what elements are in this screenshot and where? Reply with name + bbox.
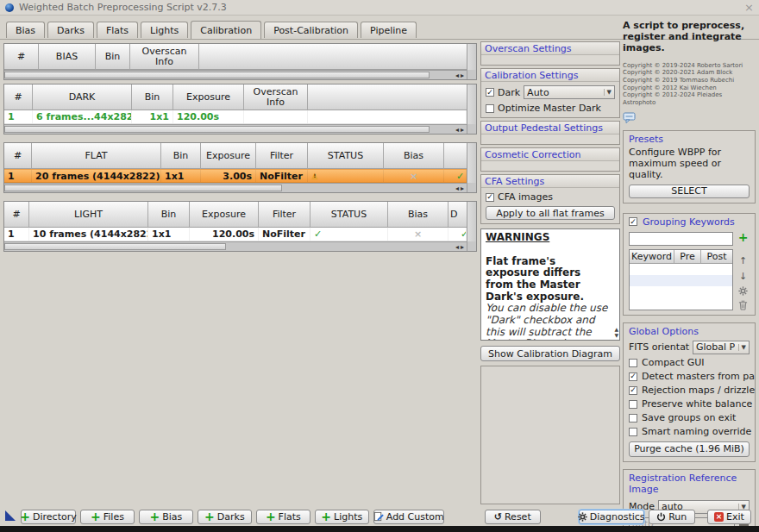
close-icon[interactable]: × [744, 2, 754, 13]
col-dark-partial[interactable]: D [448, 202, 467, 228]
light-hscrollbar[interactable]: ◂ ▸ [4, 241, 467, 251]
col-exposure[interactable]: Exposure [173, 84, 244, 110]
show-calibration-diagram-button[interactable]: Show Calibration Diagram [480, 346, 620, 361]
diagnostics-button[interactable]: Diagnostics [579, 510, 644, 524]
col-dark[interactable]: DARK [33, 84, 132, 110]
col-bias[interactable]: Bias [384, 143, 444, 169]
output-pedestal-header[interactable]: Output Pedestal Settings [481, 122, 619, 135]
scroll-right-icon[interactable]: ▸ [461, 72, 464, 79]
grouping-keywords-checkbox[interactable]: ✓ [629, 217, 637, 226]
dark-vscrollbar[interactable] [467, 84, 476, 124]
compact-gui-checkbox[interactable] [629, 359, 637, 367]
scroll-right-icon[interactable]: ▸ [461, 185, 464, 192]
dark-checkbox[interactable]: ✓ [486, 88, 494, 97]
scroll-right-icon[interactable]: ▸ [461, 126, 464, 134]
flat-vscrollbar[interactable] [467, 143, 476, 183]
col-num[interactable]: # [4, 44, 39, 70]
save-groups-checkbox[interactable] [629, 414, 637, 422]
col-filter[interactable]: Filter [256, 143, 308, 169]
tab-pipeline[interactable]: Pipeline [361, 22, 417, 38]
add-keyword-icon[interactable]: + [738, 232, 749, 242]
col-keyword[interactable]: Keyword [630, 250, 674, 264]
add-bias-button[interactable]: + Bias [139, 510, 193, 524]
scroll-up-icon[interactable]: ▲ [614, 326, 618, 332]
overscan-settings-header[interactable]: Overscan Settings [481, 42, 619, 55]
add-files-button[interactable]: + Files [80, 510, 135, 524]
preserve-white-balance-checkbox[interactable] [629, 400, 637, 409]
col-status[interactable]: STATUS [308, 143, 384, 169]
tab-bias[interactable]: Bias [6, 22, 45, 38]
tab-lights[interactable]: Lights [141, 22, 188, 38]
reset-button[interactable]: ↺ Reset [485, 510, 541, 524]
cosmetic-correction-header[interactable]: Cosmetic Correction [481, 148, 619, 161]
add-directory-button[interactable]: + Directory [21, 510, 76, 524]
trash-icon[interactable] [738, 300, 748, 310]
presets-select-button[interactable]: SELECT [629, 185, 750, 198]
flat-hscrollbar[interactable]: ◂ ▸ [4, 183, 467, 192]
col-post[interactable]: Post [701, 250, 732, 264]
comment-bubble-icon[interactable] [623, 112, 756, 123]
exit-button[interactable]: × Exit [707, 510, 751, 524]
light-vscrollbar[interactable] [467, 202, 476, 241]
bottom-toolbar: + Directory + Files + Bias + Darks + Fla… [0, 507, 759, 526]
tab-calibration[interactable]: Calibration [191, 21, 261, 39]
gear-icon[interactable] [738, 286, 748, 296]
fits-orientation-dropdown[interactable]: Global Pre ▼ [693, 341, 750, 354]
flat-row-1-selected[interactable]: 1 20 frames (4144x2822) 1x1 3.00s NoFilt… [4, 169, 467, 183]
col-bias[interactable]: Bias [388, 202, 448, 228]
scroll-left-icon[interactable]: ◂ [455, 243, 459, 251]
resize-corner-icon[interactable] [5, 510, 16, 521]
scroll-left-icon[interactable]: ◂ [455, 126, 459, 134]
bias-hscrollbar[interactable]: ◂ ▸ [4, 70, 467, 79]
cell-filter: NoFilter [256, 170, 308, 182]
tab-flats[interactable]: Flats [97, 22, 138, 38]
smart-naming-checkbox[interactable] [629, 428, 637, 436]
add-flats-button[interactable]: + Flats [256, 510, 310, 524]
dark-row-1[interactable]: 1 6 frames...44x2822) 1x1 120.00s [4, 110, 467, 124]
keyword-input[interactable] [629, 232, 733, 246]
col-flat[interactable]: FLAT [32, 143, 161, 169]
col-pre[interactable]: Pre [674, 250, 701, 264]
scroll-left-icon[interactable]: ◂ [455, 185, 459, 192]
col-filter[interactable]: Filter [259, 202, 310, 228]
light-row-1[interactable]: 1 10 frames (4144x2822) 1x1 120.00s NoFi… [4, 228, 467, 241]
dark-mode-dropdown[interactable]: Auto ▼ [524, 85, 615, 99]
detect-masters-checkbox[interactable]: ✓ [629, 372, 637, 381]
col-bin[interactable]: Bin [148, 202, 190, 228]
dark-hscrollbar[interactable]: ◂ ▸ [4, 124, 467, 134]
move-down-icon[interactable]: ↓ [739, 271, 747, 282]
run-button[interactable]: Run [649, 510, 695, 524]
scroll-left-icon[interactable]: ◂ [455, 72, 459, 79]
move-up-icon[interactable]: ↑ [739, 255, 747, 266]
col-status[interactable]: STATUS [310, 202, 388, 228]
purge-cache-button[interactable]: Purge cache (1.96 MiB) [629, 441, 750, 457]
cfa-settings-header[interactable]: CFA Settings [481, 175, 619, 188]
col-num[interactable]: # [4, 143, 32, 169]
add-custom-button[interactable]: Add Custom [373, 510, 444, 524]
optimize-master-dark-checkbox[interactable] [486, 104, 494, 113]
cfa-images-checkbox[interactable]: ✓ [486, 193, 494, 202]
col-bin[interactable]: Bin [161, 143, 201, 169]
col-exposure[interactable]: Exposure [190, 202, 259, 228]
rejection-maps-checkbox[interactable]: ✓ [629, 386, 637, 395]
scroll-down-icon[interactable]: ▼ [614, 332, 618, 338]
col-exposure[interactable]: Exposure [201, 143, 256, 169]
apply-all-flats-button[interactable]: Apply to all flat frames [486, 206, 615, 220]
bias-vscrollbar[interactable] [467, 44, 476, 70]
col-bin[interactable]: Bin [96, 44, 130, 70]
cell-frames: 10 frames (4144x2822) [29, 228, 148, 241]
col-bias[interactable]: BIAS [39, 44, 96, 70]
col-bin[interactable]: Bin [132, 84, 173, 110]
calibration-settings-header[interactable]: Calibration Settings [481, 69, 619, 82]
tab-post-calibration[interactable]: Post-Calibration [264, 22, 358, 38]
warnings-scrollbar[interactable]: ▲ ▼ [614, 326, 618, 338]
col-overscan[interactable]: Overscan Info [244, 84, 308, 110]
col-overscan[interactable]: Overscan Info [130, 44, 199, 70]
tab-darks[interactable]: Darks [47, 22, 94, 38]
col-num[interactable]: # [4, 202, 29, 228]
col-num[interactable]: # [4, 84, 33, 110]
col-light[interactable]: LIGHT [29, 202, 148, 228]
add-lights-button[interactable]: + Lights [315, 510, 369, 524]
scroll-right-icon[interactable]: ▸ [461, 243, 464, 251]
add-darks-button[interactable]: + Darks [198, 510, 252, 524]
